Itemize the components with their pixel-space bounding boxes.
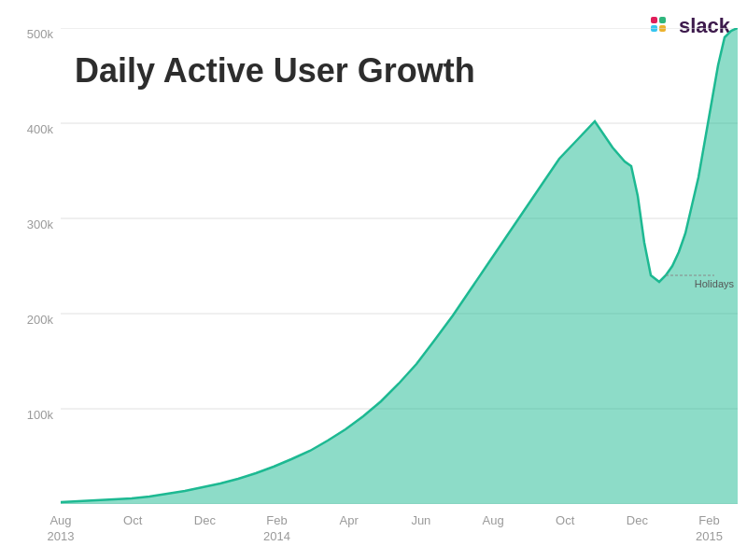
x-label-feb2015: Feb2015 bbox=[696, 513, 723, 545]
y-axis: 500k 400k 300k 200k 100k bbox=[0, 28, 61, 504]
x-label-dec2014: Dec bbox=[627, 513, 648, 527]
svg-rect-0 bbox=[651, 17, 657, 23]
x-label-oct2014: Oct bbox=[556, 513, 574, 527]
x-label-aug2013: Aug2013 bbox=[48, 513, 75, 545]
x-label-dec2013: Dec bbox=[194, 513, 216, 527]
y-label-400k: 400k bbox=[27, 123, 53, 135]
chart-svg bbox=[61, 28, 738, 504]
x-label-feb2014: Feb2014 bbox=[263, 513, 290, 545]
svg-rect-2 bbox=[659, 17, 666, 23]
x-label-oct2013: Oct bbox=[123, 513, 142, 527]
y-label-100k: 100k bbox=[27, 409, 53, 421]
holidays-annotation: Holidays bbox=[695, 278, 734, 289]
x-label-jun2014: Jun bbox=[411, 513, 430, 527]
chart-container: slack Daily Active User Growth 500k 400k… bbox=[0, 0, 747, 560]
y-label-500k: 500k bbox=[27, 28, 53, 40]
x-axis: Aug2013 Oct Dec Feb2014 Apr Jun Aug Oct bbox=[61, 509, 747, 560]
x-label-aug2014: Aug bbox=[482, 513, 503, 527]
x-label-apr2014: Apr bbox=[340, 513, 359, 527]
y-label-300k: 300k bbox=[27, 218, 53, 231]
chart-fill bbox=[61, 28, 738, 504]
y-label-200k: 200k bbox=[27, 314, 53, 326]
